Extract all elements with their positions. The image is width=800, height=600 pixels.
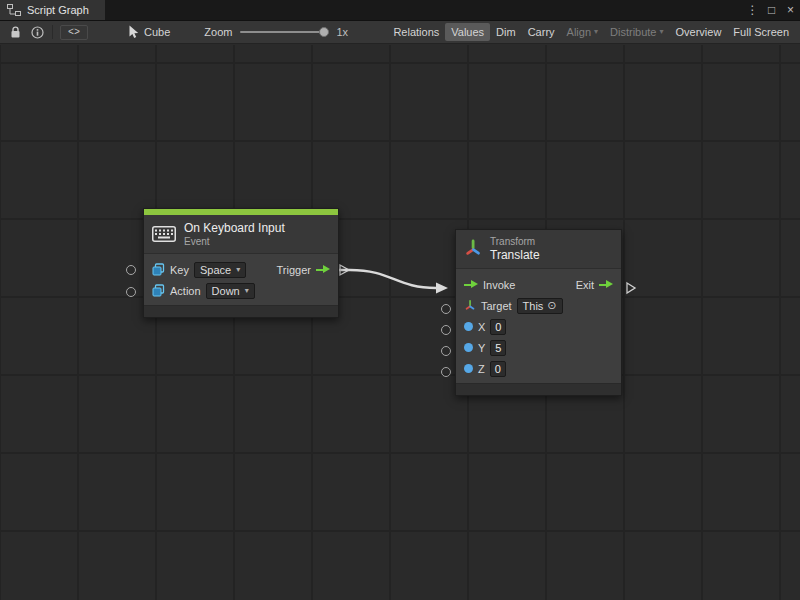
node-subtitle: Event [184, 236, 285, 247]
action-dropdown-value: Down [212, 285, 240, 297]
toolbar-separator [52, 25, 53, 39]
z-input-socket[interactable] [441, 367, 451, 377]
zoom-slider[interactable] [240, 31, 328, 33]
carry-button[interactable]: Carry [522, 23, 561, 41]
trigger-flow-port[interactable] [316, 265, 330, 275]
values-button[interactable]: Values [445, 23, 490, 41]
enum-type-icon [152, 284, 165, 297]
fullscreen-button[interactable]: Full Screen [727, 23, 795, 41]
x-value-port-icon[interactable] [464, 322, 473, 331]
chevron-down-icon: ▾ [660, 28, 664, 36]
distribute-button[interactable]: Distribute ▾ [604, 23, 669, 41]
titlebar: Script Graph ⋮ □ × [0, 0, 800, 21]
port-label-exit: Exit [576, 279, 594, 291]
window-maximize-icon[interactable]: □ [762, 0, 781, 20]
align-button-label: Align [567, 26, 591, 38]
node-on-keyboard-input[interactable]: On Keyboard Input Event Key Space ▾ Tri [143, 208, 339, 318]
action-input-socket[interactable] [126, 287, 136, 297]
port-label-y: Y [478, 342, 485, 354]
port-label-action: Action [170, 285, 201, 297]
port-label-trigger: Trigger [277, 264, 311, 276]
exit-flow-port[interactable] [599, 280, 613, 290]
port-row-invoke: Invoke Exit [456, 274, 621, 295]
exit-direction-icon [627, 283, 635, 293]
key-dropdown[interactable]: Space ▾ [194, 262, 246, 278]
enum-type-icon [152, 263, 165, 276]
info-icon[interactable] [26, 21, 49, 43]
distribute-button-label: Distribute [610, 26, 656, 38]
chevron-down-icon: ▾ [594, 28, 598, 36]
titlebar-drag-area [105, 0, 743, 20]
chevron-down-icon: ▾ [245, 287, 249, 295]
port-label-key: Key [170, 264, 189, 276]
node-translate[interactable]: Transform Translate Invoke Exit [455, 229, 622, 396]
invoke-flow-port[interactable] [464, 280, 478, 290]
tab-script-graph[interactable]: Script Graph [0, 0, 105, 20]
tab-title: Script Graph [27, 4, 89, 16]
target-value-label: This [523, 300, 544, 312]
graph-target-label: Cube [144, 26, 170, 38]
align-button[interactable]: Align ▾ [561, 23, 604, 41]
port-label-z: Z [478, 363, 485, 375]
cursor-icon [128, 25, 139, 39]
node-header[interactable]: On Keyboard Input Event [144, 215, 338, 253]
window-close-icon[interactable]: × [781, 0, 800, 20]
wire-layer [0, 45, 800, 600]
port-row-key: Key Space ▾ Trigger [144, 259, 338, 280]
y-input-socket[interactable] [441, 346, 451, 356]
transform-icon [464, 238, 482, 260]
window-menu-kebab-icon[interactable]: ⋮ [743, 0, 762, 20]
port-row-y: Y 5 [456, 337, 621, 358]
y-value-field[interactable]: 5 [490, 340, 506, 356]
y-value-port-icon[interactable] [464, 343, 473, 352]
scene-object-icon: ⊙ [547, 299, 556, 312]
target-value-button[interactable]: This ⊙ [517, 298, 563, 314]
axis-icon [464, 299, 476, 313]
x-value-field[interactable]: 0 [490, 319, 506, 335]
graph-icon [7, 4, 21, 16]
action-dropdown[interactable]: Down ▾ [206, 283, 255, 299]
zoom-control: Zoom 1x [204, 26, 348, 38]
port-row-target: Target This ⊙ [456, 295, 621, 316]
key-input-socket[interactable] [126, 265, 136, 275]
node-footer [144, 305, 338, 317]
graph-canvas[interactable]: On Keyboard Input Event Key Space ▾ Tri [0, 45, 800, 600]
zoom-label: Zoom [204, 26, 232, 38]
node-body: Invoke Exit Target This ⊙ [456, 268, 621, 383]
node-title: Translate [490, 248, 540, 262]
code-preview-button[interactable]: <> [60, 25, 88, 40]
z-value-field[interactable]: 0 [490, 361, 506, 377]
port-row-action: Action Down ▾ [144, 280, 338, 301]
graph-toolbar: <> Cube Zoom 1x Relations Values Dim Car… [0, 21, 800, 44]
node-category: Transform [490, 236, 540, 247]
zoom-value: 1x [336, 26, 348, 38]
z-value-port-icon[interactable] [464, 364, 473, 373]
keyboard-icon [152, 226, 176, 242]
port-row-z: Z 0 [456, 358, 621, 379]
node-title: On Keyboard Input [184, 221, 285, 235]
zoom-slider-handle[interactable] [319, 27, 329, 37]
target-input-socket[interactable] [441, 304, 451, 314]
overview-button[interactable]: Overview [670, 23, 728, 41]
wire-arrowhead-icon [436, 283, 448, 294]
port-label-invoke: Invoke [483, 279, 515, 291]
chevron-down-icon: ▾ [236, 266, 240, 274]
connection-wire[interactable] [333, 270, 436, 288]
port-label-target: Target [481, 300, 512, 312]
lock-icon[interactable] [5, 21, 26, 43]
dim-button[interactable]: Dim [490, 23, 522, 41]
relations-button[interactable]: Relations [387, 23, 445, 41]
key-dropdown-value: Space [200, 264, 231, 276]
x-input-socket[interactable] [441, 325, 451, 335]
node-footer [456, 383, 621, 395]
node-body: Key Space ▾ Trigger Action Do [144, 253, 338, 305]
node-header[interactable]: Transform Translate [456, 230, 621, 268]
port-row-x: X 0 [456, 316, 621, 337]
graph-target-breadcrumb[interactable]: Cube [128, 25, 170, 39]
port-label-x: X [478, 321, 485, 333]
